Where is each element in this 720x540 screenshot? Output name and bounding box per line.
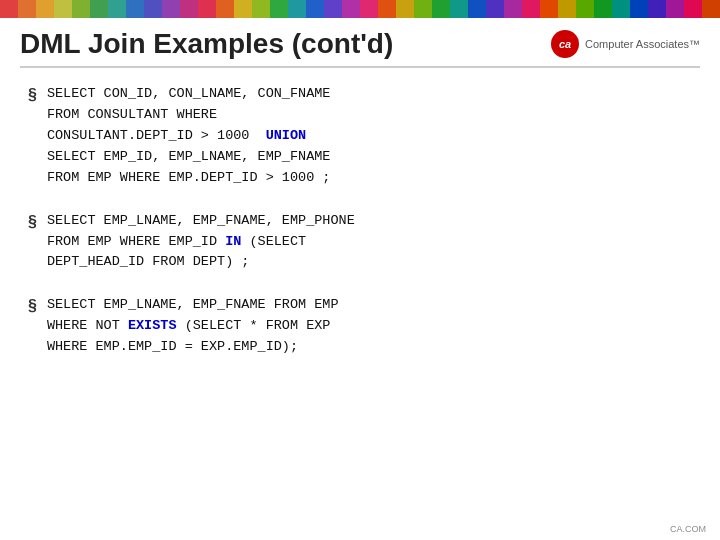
decorative-pixel-bar	[0, 0, 720, 18]
code-block-1: SELECT CON_ID, CON_LNAME, CON_FNAME FROM…	[47, 84, 331, 189]
bullet-item-3: § SELECT EMP_LNAME, EMP_FNAME FROM EMP W…	[28, 295, 692, 358]
code-line-1-1: SELECT CON_ID, CON_LNAME, CON_FNAME	[47, 86, 331, 101]
bottom-brand: CA.COM	[670, 524, 706, 534]
keyword-exists: EXISTS	[128, 318, 177, 333]
code-line-1-4: SELECT EMP_ID, EMP_LNAME, EMP_FNAME	[47, 149, 331, 164]
code-line-3-3: WHERE EMP.EMP_ID = EXP.EMP_ID);	[47, 339, 298, 354]
code-line-3-1: SELECT EMP_LNAME, EMP_FNAME FROM EMP	[47, 297, 339, 312]
content-area: § SELECT CON_ID, CON_LNAME, CON_FNAME FR…	[0, 68, 720, 392]
code-line-2-3: DEPT_HEAD_ID FROM DEPT) ;	[47, 254, 250, 269]
bullet-symbol-1: §	[28, 86, 37, 104]
logo-text: Computer Associates™	[585, 38, 700, 50]
keyword-in: IN	[225, 234, 241, 249]
code-line-1-5: FROM EMP WHERE EMP.DEPT_ID > 1000 ;	[47, 170, 331, 185]
keyword-union: UNION	[266, 128, 307, 143]
code-line-1-3: CONSULTANT.DEPT_ID > 1000 UNION	[47, 128, 306, 143]
bullet-item-2: § SELECT EMP_LNAME, EMP_FNAME, EMP_PHONE…	[28, 211, 692, 274]
code-line-2-2: FROM EMP WHERE EMP_ID IN (SELECT	[47, 234, 306, 249]
bullet-symbol-3: §	[28, 297, 37, 315]
logo-area: ca Computer Associates™	[551, 30, 700, 58]
code-line-3-2: WHERE NOT EXISTS (SELECT * FROM EXP	[47, 318, 331, 333]
code-block-2: SELECT EMP_LNAME, EMP_FNAME, EMP_PHONE F…	[47, 211, 355, 274]
bullet-item-1: § SELECT CON_ID, CON_LNAME, CON_FNAME FR…	[28, 84, 692, 189]
header: DML Join Examples (cont'd) ca Computer A…	[0, 18, 720, 66]
page-title: DML Join Examples (cont'd)	[20, 28, 393, 60]
bullet-symbol-2: §	[28, 213, 37, 231]
code-block-3: SELECT EMP_LNAME, EMP_FNAME FROM EMP WHE…	[47, 295, 339, 358]
code-line-2-1: SELECT EMP_LNAME, EMP_FNAME, EMP_PHONE	[47, 213, 355, 228]
logo-icon: ca	[551, 30, 579, 58]
code-line-1-2: FROM CONSULTANT WHERE	[47, 107, 217, 122]
